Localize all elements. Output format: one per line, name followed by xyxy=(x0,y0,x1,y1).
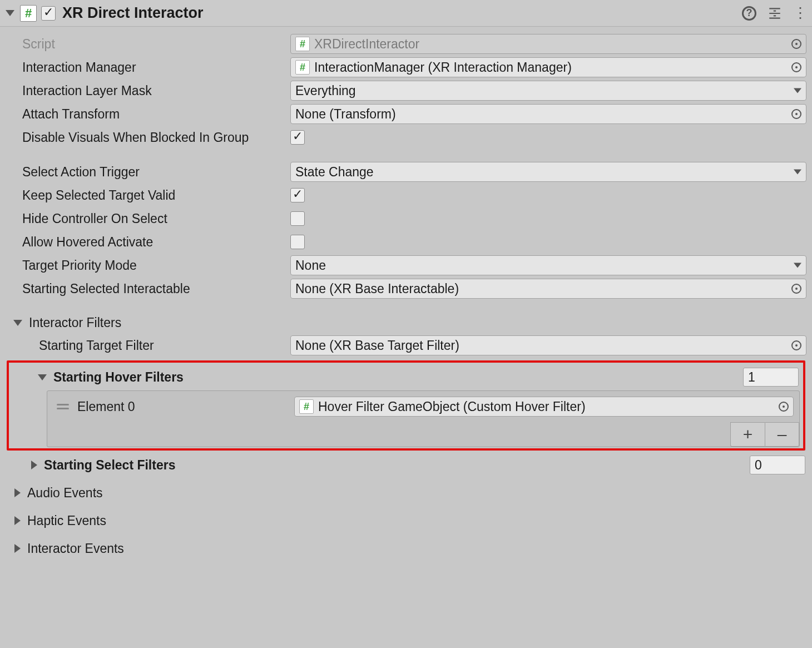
starting-hover-filters-foldout[interactable]: Starting Hover Filters 1 xyxy=(12,366,800,388)
starting-target-filter-row: Starting Target Filter None (XR Base Tar… xyxy=(6,334,806,357)
hover-filters-count: 1 xyxy=(748,370,755,385)
interaction-manager-field[interactable]: # InteractionManager (XR Interaction Man… xyxy=(290,57,806,77)
foldout-arrow-icon xyxy=(14,544,21,553)
attach-transform-value: None (Transform) xyxy=(295,107,396,122)
allow-hovered-checkbox[interactable] xyxy=(290,235,305,249)
haptic-events-foldout[interactable]: Haptic Events xyxy=(6,510,806,532)
dropdown-icon xyxy=(794,88,801,93)
starting-select-filters-label: Starting Select Filters xyxy=(44,458,175,473)
disable-visuals-checkbox[interactable] xyxy=(290,130,305,145)
starting-target-filter-value: None (XR Base Target Filter) xyxy=(295,338,459,353)
audio-events-label: Audio Events xyxy=(27,486,103,501)
hover-filters-list: Element 0 # Hover Filter GameObject (Cus… xyxy=(47,390,800,447)
haptic-events-label: Haptic Events xyxy=(27,513,106,528)
attach-transform-row: Attach Transform None (Transform) xyxy=(6,102,806,126)
hide-controller-row: Hide Controller On Select xyxy=(6,207,806,230)
object-picker-icon[interactable] xyxy=(791,284,801,294)
script-label: Script xyxy=(6,37,290,52)
attach-transform-label: Attach Transform xyxy=(6,107,290,122)
list-buttons: + – xyxy=(47,422,799,447)
starting-selected-row: Starting Selected Interactable None (XR … xyxy=(6,277,806,300)
allow-hovered-label: Allow Hovered Activate xyxy=(6,235,290,250)
hash-icon: # xyxy=(299,399,314,414)
interactor-filters-foldout[interactable]: Interactor Filters xyxy=(6,311,806,334)
object-picker-icon[interactable] xyxy=(791,62,801,72)
presets-icon[interactable] xyxy=(768,6,782,21)
starting-select-filters-foldout[interactable]: Starting Select Filters 0 xyxy=(6,454,806,476)
interactor-events-foldout[interactable]: Interactor Events xyxy=(6,537,806,560)
interactor-filters-label: Interactor Filters xyxy=(29,315,121,330)
interaction-manager-value: InteractionManager (XR Interaction Manag… xyxy=(314,60,572,75)
allow-hovered-row: Allow Hovered Activate xyxy=(6,230,806,254)
hash-icon: # xyxy=(295,60,310,75)
plus-icon: + xyxy=(743,425,753,444)
keep-selected-row: Keep Selected Target Valid xyxy=(6,184,806,207)
select-action-trigger-row: Select Action Trigger State Change xyxy=(6,160,806,184)
target-priority-label: Target Priority Mode xyxy=(6,258,290,273)
keep-selected-checkbox[interactable] xyxy=(290,188,305,202)
starting-selected-label: Starting Selected Interactable xyxy=(6,281,290,296)
drag-handle-icon[interactable] xyxy=(56,404,70,409)
component-foldout-toggle[interactable] xyxy=(6,10,14,16)
hover-filters-count-field[interactable]: 1 xyxy=(743,368,799,387)
interaction-manager-label: Interaction Manager xyxy=(6,60,290,75)
foldout-arrow-icon xyxy=(31,461,37,469)
remove-element-button[interactable]: – xyxy=(765,422,799,447)
script-row: Script # XRDirectInteractor xyxy=(6,32,806,56)
interaction-layer-mask-value: Everything xyxy=(295,83,356,98)
hash-icon: # xyxy=(295,37,310,51)
script-field: # XRDirectInteractor xyxy=(290,34,806,54)
minus-icon: – xyxy=(778,425,787,444)
interaction-layer-mask-field[interactable]: Everything xyxy=(290,81,806,101)
hide-controller-label: Hide Controller On Select xyxy=(6,211,290,226)
component-title: XR Direct Interactor xyxy=(62,4,742,22)
add-element-button[interactable]: + xyxy=(730,422,765,447)
highlight-box: Starting Hover Filters 1 Element 0 # Hov… xyxy=(7,360,805,451)
target-priority-field[interactable]: None xyxy=(290,255,806,275)
starting-target-filter-label: Starting Target Filter xyxy=(6,338,290,353)
help-icon[interactable]: ? xyxy=(742,6,756,21)
element0-value: Hover Filter GameObject (Custom Hover Fi… xyxy=(318,399,586,414)
starting-selected-field[interactable]: None (XR Base Interactable) xyxy=(290,279,806,299)
object-picker-icon[interactable] xyxy=(779,402,789,412)
script-value: XRDirectInteractor xyxy=(314,37,419,52)
element0-field[interactable]: # Hover Filter GameObject (Custom Hover … xyxy=(294,397,794,417)
select-filters-count: 0 xyxy=(755,458,762,473)
hide-controller-checkbox[interactable] xyxy=(290,211,305,226)
starting-selected-value: None (XR Base Interactable) xyxy=(295,281,459,296)
foldout-arrow-icon xyxy=(14,488,21,497)
attach-transform-field[interactable]: None (Transform) xyxy=(290,104,806,124)
disable-visuals-label: Disable Visuals When Blocked In Group xyxy=(6,130,290,145)
target-priority-row: Target Priority Mode None xyxy=(6,254,806,277)
dropdown-icon xyxy=(794,170,801,175)
list-item: Element 0 # Hover Filter GameObject (Cus… xyxy=(47,391,799,422)
object-picker-icon[interactable] xyxy=(791,109,801,119)
select-action-trigger-field[interactable]: State Change xyxy=(290,162,806,182)
interaction-layer-mask-row: Interaction Layer Mask Everything xyxy=(6,79,806,102)
starting-target-filter-field[interactable]: None (XR Base Target Filter) xyxy=(290,335,806,355)
select-filters-count-field[interactable]: 0 xyxy=(750,456,805,474)
select-action-trigger-label: Select Action Trigger xyxy=(6,165,290,180)
dropdown-icon xyxy=(794,263,801,268)
context-menu-icon[interactable]: ⋮ xyxy=(793,4,806,22)
component-enable-checkbox[interactable] xyxy=(41,6,56,21)
interactor-events-label: Interactor Events xyxy=(27,541,124,556)
foldout-arrow-icon xyxy=(38,374,47,380)
foldout-arrow-icon xyxy=(14,516,21,525)
component-inspector: # XR Direct Interactor ? ⋮ Script # XRDi… xyxy=(0,0,812,563)
object-picker-icon xyxy=(791,39,801,49)
audio-events-foldout[interactable]: Audio Events xyxy=(6,482,806,504)
select-action-trigger-value: State Change xyxy=(295,165,374,180)
keep-selected-label: Keep Selected Target Valid xyxy=(6,188,290,203)
interaction-manager-row: Interaction Manager # InteractionManager… xyxy=(6,56,806,79)
interaction-layer-mask-label: Interaction Layer Mask xyxy=(6,83,290,98)
foldout-arrow-icon xyxy=(13,320,22,326)
target-priority-value: None xyxy=(295,258,326,273)
csharp-script-icon: # xyxy=(20,5,37,22)
starting-hover-filters-label: Starting Hover Filters xyxy=(53,370,184,385)
component-header: # XR Direct Interactor ? ⋮ xyxy=(0,0,812,27)
disable-visuals-row: Disable Visuals When Blocked In Group xyxy=(6,126,806,149)
element0-label: Element 0 xyxy=(77,399,286,414)
object-picker-icon[interactable] xyxy=(791,340,801,350)
